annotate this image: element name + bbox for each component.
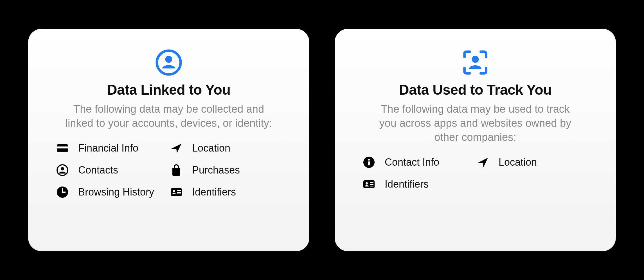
- id-card-icon: [363, 178, 375, 190]
- list-item: Purchases: [170, 164, 281, 176]
- card-title: Data Linked to You: [107, 82, 230, 98]
- list-item: Browsing History: [56, 186, 167, 198]
- svg-rect-19: [370, 184, 373, 185]
- contacts-circle-icon: [56, 164, 69, 176]
- svg-rect-11: [177, 194, 181, 194]
- list-item: Location: [170, 142, 281, 154]
- svg-point-5: [61, 167, 64, 170]
- list-item-label: Location: [192, 142, 230, 154]
- info-circle-icon: [363, 156, 375, 168]
- list-item-label: Identifiers: [192, 186, 236, 198]
- list-item: Identifiers: [363, 178, 474, 190]
- id-card-icon: [170, 186, 183, 198]
- list-item: Contact Info: [363, 156, 474, 168]
- location-arrow-icon: [170, 142, 183, 154]
- list-item: Identifiers: [170, 186, 281, 198]
- list-item-label: Contacts: [78, 164, 118, 176]
- shopping-bag-icon: [170, 164, 183, 176]
- card-description: The following data may be collected and …: [65, 102, 273, 130]
- list-item: Financial Info: [56, 142, 167, 154]
- svg-rect-15: [368, 161, 370, 165]
- list-item-label: Browsing History: [78, 186, 154, 198]
- person-viewfinder-icon: [461, 48, 489, 77]
- list-item-label: Purchases: [192, 164, 240, 176]
- list-item-label: Identifiers: [385, 178, 429, 190]
- svg-rect-3: [57, 146, 68, 148]
- privacy-card-track: Data Used to Track You The following dat…: [335, 29, 616, 251]
- svg-rect-10: [177, 192, 181, 193]
- svg-rect-20: [370, 186, 373, 186]
- svg-point-8: [173, 190, 175, 192]
- list-item: Contacts: [56, 164, 167, 176]
- location-arrow-icon: [477, 156, 489, 168]
- svg-rect-9: [177, 190, 181, 191]
- list-item-label: Financial Info: [78, 142, 138, 154]
- credit-card-icon: [56, 142, 69, 154]
- data-type-list: Contact Info Location Ide: [360, 156, 591, 190]
- privacy-card-linked: Data Linked to You The following data ma…: [28, 29, 309, 251]
- svg-point-14: [368, 159, 370, 161]
- svg-point-12: [472, 56, 479, 63]
- data-type-list: Financial Info Location Contacts: [53, 142, 284, 198]
- list-item-label: Location: [499, 156, 537, 168]
- card-description: The following data may be used to track …: [371, 102, 579, 144]
- svg-point-1: [165, 56, 172, 63]
- clock-icon: [56, 186, 69, 198]
- card-title: Data Used to Track You: [399, 82, 552, 98]
- svg-rect-18: [370, 182, 373, 183]
- person-circle-icon: [155, 48, 183, 77]
- list-item: Location: [477, 156, 588, 168]
- svg-point-17: [366, 182, 368, 185]
- list-item-label: Contact Info: [385, 156, 439, 168]
